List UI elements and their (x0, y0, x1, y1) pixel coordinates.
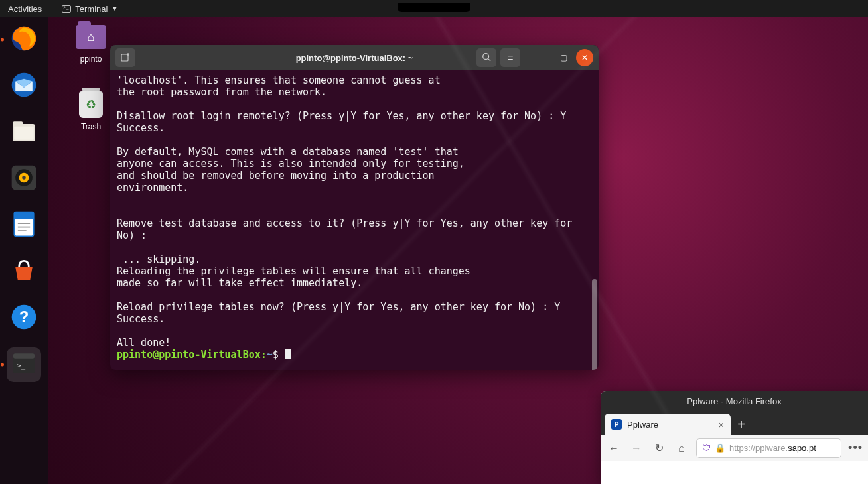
url-prefix: https://pplware. (729, 443, 788, 453)
reload-icon: ↻ (655, 442, 664, 454)
firefox-tab-label: Pplware (627, 420, 658, 430)
arrow-left-icon: ← (609, 442, 619, 454)
activities-button[interactable]: Activities (8, 4, 42, 14)
minimize-icon: — (538, 53, 546, 62)
libreoffice-writer-icon (9, 210, 38, 241)
terminal-window[interactable]: ppinto@ppinto-VirtualBox: ~ ≡ — ▢ ✕ 'loc… (110, 45, 599, 370)
svg-rect-4 (14, 127, 33, 140)
dots-icon: ••• (848, 441, 863, 454)
new-tab-button[interactable] (115, 48, 135, 67)
desktop-trash[interactable]: ♻ Trash (68, 90, 114, 131)
dock-help[interactable]: ? (7, 301, 41, 335)
dock: ? >_ (0, 17, 48, 484)
svg-text:?: ? (19, 308, 29, 326)
prompt-path: ~ (267, 349, 273, 361)
home-icon: ⌂ (678, 442, 685, 454)
help-icon: ? (9, 302, 38, 334)
dock-software[interactable] (7, 255, 41, 289)
clock-area[interactable] (398, 3, 470, 12)
files-icon (9, 117, 38, 149)
svg-rect-10 (14, 212, 33, 219)
dock-firefox[interactable] (7, 23, 41, 57)
terminal-titlebar[interactable]: ppinto@ppinto-VirtualBox: ~ ≡ — ▢ ✕ (110, 45, 599, 70)
svg-text:>_: >_ (17, 361, 26, 370)
firefox-titlebar[interactable]: Pplware - Mozilla Firefox — (601, 391, 868, 411)
firefox-minimize-button[interactable]: — (853, 396, 861, 406)
terminal-body[interactable]: 'localhost'. This ensures that someone c… (110, 70, 599, 370)
svg-rect-12 (18, 227, 30, 228)
dock-terminal[interactable]: >_ (7, 347, 41, 382)
favicon-icon: P (611, 419, 622, 430)
firefox-tabbar: P Pplware × + (601, 411, 868, 435)
chevron-down-icon: ▼ (111, 5, 117, 12)
desktop[interactable]: ⌂ ppinto ♻ Trash ppinto@ppinto-VirtualBo… (48, 17, 868, 484)
lock-icon: 🔒 (715, 443, 725, 453)
svg-rect-13 (18, 230, 27, 231)
url-bar[interactable]: 🛡 🔒 https://pplware.sapo.pt (696, 438, 841, 458)
firefox-window-title: Pplware - Mozilla Firefox (687, 396, 781, 406)
firefox-window[interactable]: Pplware - Mozilla Firefox — P Pplware × … (601, 391, 868, 484)
dock-libreoffice-writer[interactable] (7, 208, 41, 243)
maximize-button[interactable]: ▢ (555, 49, 572, 66)
overflow-menu-button[interactable]: ••• (848, 441, 863, 455)
svg-rect-17 (13, 353, 35, 358)
prompt-user: ppinto@ppinto-VirtualBox (117, 349, 261, 361)
close-icon: ✕ (581, 53, 588, 62)
menu-button[interactable]: ≡ (500, 48, 520, 67)
svg-line-21 (488, 58, 491, 61)
app-menu-label: Terminal (75, 4, 108, 14)
scrollbar-thumb[interactable] (592, 279, 597, 370)
top-panel: Activities Terminal ▼ (0, 0, 868, 17)
svg-rect-11 (18, 223, 30, 224)
svg-point-20 (483, 53, 489, 59)
hamburger-icon: ≡ (508, 52, 513, 63)
svg-rect-3 (13, 121, 23, 126)
search-button[interactable] (476, 48, 496, 67)
url-domain: sapo.pt (788, 443, 816, 453)
firefox-page-content[interactable] (601, 461, 868, 484)
new-tab-button[interactable]: + (731, 414, 752, 435)
dock-rhythmbox[interactable] (7, 162, 41, 196)
desktop-trash-label: Trash (68, 122, 114, 131)
tab-close-button[interactable]: × (718, 419, 724, 430)
home-icon: ⌂ (88, 30, 95, 44)
firefox-tab[interactable]: P Pplware × (605, 414, 731, 435)
dock-files[interactable] (7, 115, 41, 150)
svg-rect-19 (121, 54, 128, 61)
home-button[interactable]: ⌂ (674, 440, 689, 456)
terminal-output: 'localhost'. This ensures that someone c… (117, 74, 578, 349)
maximize-icon: ▢ (560, 53, 567, 62)
back-button[interactable]: ← (606, 440, 622, 456)
forward-button: → (628, 440, 644, 456)
terminal-icon: >_ (9, 349, 38, 381)
plus-icon: + (737, 417, 745, 432)
firefox-toolbar: ← → ↻ ⌂ 🛡 🔒 https://pplware.sapo.pt ••• (601, 435, 868, 461)
new-tab-icon (120, 52, 131, 63)
arrow-right-icon: → (631, 442, 642, 454)
app-menu[interactable]: Terminal ▼ (62, 4, 117, 14)
minimize-button[interactable]: — (534, 49, 551, 66)
desktop-home-folder[interactable]: ⌂ ppinto (68, 23, 114, 64)
svg-point-8 (22, 176, 26, 180)
recycle-icon: ♻ (86, 97, 96, 112)
thunderbird-icon (9, 70, 38, 102)
reload-button[interactable]: ↻ (651, 440, 667, 456)
search-icon (482, 52, 491, 64)
close-button[interactable]: ✕ (576, 49, 593, 66)
prompt-symbol: $ (273, 349, 279, 361)
dock-thunderbird[interactable] (7, 69, 41, 103)
software-icon (9, 256, 38, 288)
cursor (285, 349, 291, 359)
terminal-icon (62, 5, 71, 13)
rhythmbox-icon (9, 163, 38, 195)
desktop-home-label: ppinto (68, 54, 114, 64)
shield-icon: 🛡 (702, 443, 711, 453)
firefox-icon (9, 24, 38, 56)
